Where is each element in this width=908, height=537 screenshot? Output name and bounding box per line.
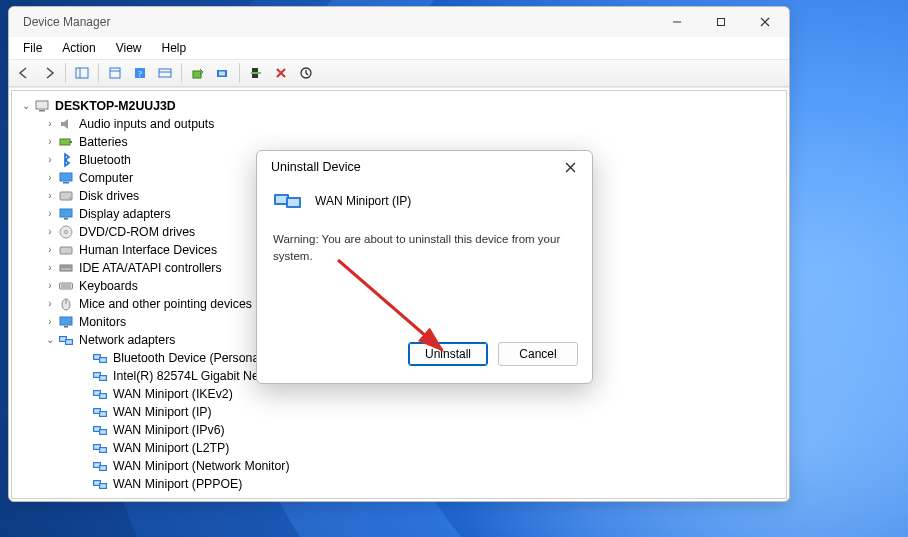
menu-view[interactable]: View [108,39,150,57]
dialog-device-name: WAN Miniport (IP) [315,194,411,208]
expand-icon[interactable]: › [44,169,56,187]
window-maximize-button[interactable] [699,7,743,37]
dialog-titlebar[interactable]: Uninstall Device [257,151,592,183]
toolbar-enable-device-button[interactable] [245,62,267,84]
svg-rect-48 [94,355,100,359]
computer-icon [34,98,50,114]
expand-icon[interactable]: › [44,151,56,169]
expand-icon[interactable]: › [44,133,56,151]
toolbar-forward-button[interactable] [38,62,60,84]
svg-rect-41 [60,317,72,325]
toolbar-action-button[interactable] [154,62,176,84]
svg-rect-36 [60,283,73,289]
tree-category[interactable]: ›Batteries [16,133,786,151]
svg-rect-74 [100,466,106,470]
tree-category-label: Batteries [79,133,128,151]
network-adapter-icon [92,404,108,420]
tree-category-label: Computer [79,169,133,187]
audio-icon [58,116,74,132]
network-adapter-icon [273,189,305,213]
expand-icon[interactable]: › [44,295,56,313]
menu-help[interactable]: Help [154,39,195,57]
svg-rect-56 [94,391,100,395]
tree-root[interactable]: ⌄ DESKTOP-M2UUJ3D [16,97,786,115]
monitor-icon [58,314,74,330]
toolbar-help-button[interactable]: ? [129,62,151,84]
window-minimize-button[interactable] [655,7,699,37]
expand-icon[interactable]: › [44,115,56,133]
network-adapter-icon [92,350,108,366]
tree-category-label: Audio inputs and outputs [79,115,214,133]
svg-rect-12 [159,69,171,77]
expand-icon[interactable]: › [44,259,56,277]
expand-icon[interactable]: › [44,277,56,295]
window-close-button[interactable] [743,7,787,37]
svg-rect-64 [94,427,100,431]
battery-icon [58,134,74,150]
tree-root-label: DESKTOP-M2UUJ3D [55,97,176,115]
toolbar-properties-button[interactable] [104,62,126,84]
tree-device-label: WAN Miniport (Network Monitor) [113,457,290,475]
mouse-icon [58,296,74,312]
svg-text:?: ? [138,69,142,79]
uninstall-button[interactable]: Uninstall [408,342,488,366]
svg-rect-30 [64,218,68,220]
tree-device[interactable]: WAN Miniport (IP) [16,403,786,421]
toolbar-update-driver-button[interactable] [187,62,209,84]
window-titlebar[interactable]: Device Manager [9,7,789,37]
dialog-warning-text: Warning: You are about to uninstall this… [273,231,576,266]
svg-rect-24 [70,141,72,143]
toolbar-uninstall-button[interactable] [270,62,292,84]
tree-category-label: DVD/CD-ROM drives [79,223,195,241]
tree-category[interactable]: ›Audio inputs and outputs [16,115,786,133]
network-adapter-icon [92,440,108,456]
toolbar-scan-changes-button[interactable] [295,62,317,84]
tree-device[interactable]: WAN Miniport (IPv6) [16,421,786,439]
window-title: Device Manager [23,15,655,29]
network-adapter-icon [92,458,108,474]
svg-rect-29 [60,209,72,217]
svg-rect-78 [100,484,106,488]
disk-icon [58,188,74,204]
tree-category-label: Bluetooth [79,151,131,169]
svg-rect-25 [60,173,72,181]
expand-icon[interactable]: › [44,205,56,223]
menu-action[interactable]: Action [54,39,103,57]
collapse-icon[interactable]: ⌄ [20,97,32,115]
tree-device-label: WAN Miniport (IKEv2) [113,385,233,403]
tree-device[interactable]: WAN Miniport (L2TP) [16,439,786,457]
dvd-icon [58,224,74,240]
toolbar-back-button[interactable] [13,62,35,84]
tree-device[interactable]: WAN Miniport (IKEv2) [16,385,786,403]
expand-icon[interactable]: › [44,223,56,241]
cancel-button[interactable]: Cancel [498,342,578,366]
expand-icon[interactable]: › [44,241,56,259]
tree-device[interactable]: WAN Miniport (PPPOE) [16,475,786,493]
dialog-close-button[interactable] [552,153,588,181]
svg-rect-66 [100,430,106,434]
svg-rect-33 [60,247,72,254]
display-icon [58,206,74,222]
dialog-title: Uninstall Device [271,160,552,174]
collapse-icon[interactable]: ⌄ [44,331,56,349]
toolbar-separator [181,63,182,83]
svg-rect-26 [63,182,69,184]
svg-rect-54 [100,376,106,380]
svg-rect-8 [110,68,120,78]
svg-rect-22 [39,110,45,112]
tree-category-label: Human Interface Devices [79,241,217,259]
svg-rect-84 [288,199,299,206]
toolbar-scan-hardware-button[interactable] [212,62,234,84]
tree-device-label: WAN Miniport (IP) [113,403,212,421]
svg-point-28 [69,197,71,199]
menu-file[interactable]: File [15,39,50,57]
svg-rect-6 [76,68,88,78]
expand-icon[interactable]: › [44,313,56,331]
expand-icon[interactable]: › [44,187,56,205]
keyboard-icon [58,278,74,294]
tree-category-label: Disk drives [79,187,139,205]
tree-device[interactable]: WAN Miniport (Network Monitor) [16,457,786,475]
svg-rect-76 [94,481,100,485]
toolbar-show-hide-tree-button[interactable] [71,62,93,84]
svg-rect-3 [718,19,725,26]
